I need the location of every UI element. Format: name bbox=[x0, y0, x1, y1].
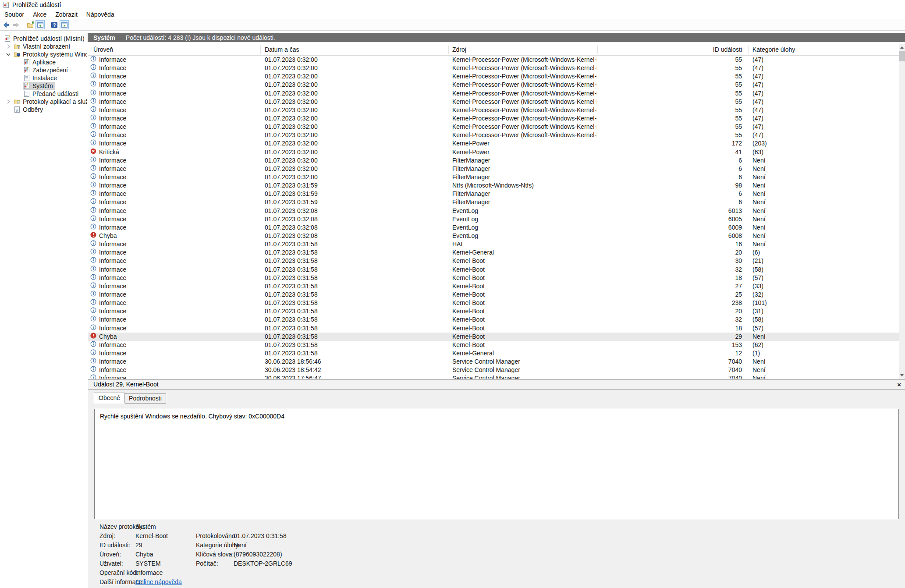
event-datetime: 01.07.2023 0:32:08 bbox=[265, 223, 318, 232]
sidebar-item-security[interactable]: Zabezpečení bbox=[0, 66, 87, 74]
online-help-link[interactable]: Online nápověda bbox=[135, 577, 182, 587]
event-row[interactable]: Informace01.07.2023 0:31:58Kernel-Boot15… bbox=[88, 341, 899, 349]
event-row[interactable]: Informace01.07.2023 0:32:00FilterManager… bbox=[88, 156, 899, 165]
event-id: 20 bbox=[597, 307, 742, 315]
event-datetime: 01.07.2023 0:32:00 bbox=[265, 89, 318, 98]
event-row[interactable]: Informace01.07.2023 0:31:58Kernel-Genera… bbox=[88, 248, 899, 257]
event-source: Kernel-Power bbox=[452, 139, 597, 148]
scroll-down-button[interactable] bbox=[899, 372, 905, 379]
event-row[interactable]: Informace01.07.2023 0:32:00Kernel-Proces… bbox=[88, 98, 899, 106]
vertical-scrollbar[interactable] bbox=[899, 44, 905, 379]
sidebar-item-root[interactable]: Prohlížeč událostí (Místní) bbox=[0, 35, 87, 43]
sidebar-item-subscriptions[interactable]: Odběry bbox=[0, 106, 87, 113]
event-row[interactable]: Informace01.07.2023 0:32:08EventLog6005N… bbox=[88, 215, 899, 223]
event-row[interactable]: Informace01.07.2023 0:32:00Kernel-Proces… bbox=[88, 81, 899, 89]
event-row[interactable]: Kritická01.07.2023 0:32:00Kernel-Power41… bbox=[88, 148, 899, 156]
sidebar-item-custom-views[interactable]: Vlastní zobrazení bbox=[0, 43, 87, 50]
open-saved-log-button[interactable] bbox=[25, 20, 35, 29]
sidebar-item-application[interactable]: Aplikace bbox=[0, 58, 87, 66]
column-header-datetime[interactable]: Datum a čas bbox=[265, 44, 299, 55]
sidebar-item-system[interactable]: Systém bbox=[0, 82, 87, 90]
event-row[interactable]: Informace01.07.2023 0:31:58Kernel-Boot25… bbox=[88, 290, 899, 299]
log-plain-icon bbox=[23, 74, 30, 81]
show-action-pane-button[interactable] bbox=[60, 20, 69, 29]
event-row[interactable]: Informace30.06.2023 17:56:47Service Cont… bbox=[88, 374, 899, 379]
sidebar-item-setup[interactable]: Instalace bbox=[0, 74, 87, 82]
column-header-task-category[interactable]: Kategorie úlohy bbox=[752, 44, 795, 55]
tab-details[interactable]: Podrobnosti bbox=[124, 393, 166, 404]
back-button[interactable] bbox=[1, 20, 11, 29]
menu-file[interactable]: Soubor bbox=[0, 10, 28, 19]
event-row[interactable]: Informace01.07.2023 0:31:58Kernel-Boot20… bbox=[88, 307, 899, 315]
tree-indent bbox=[0, 110, 4, 110]
event-row[interactable]: Informace01.07.2023 0:32:00FilterManager… bbox=[88, 173, 899, 181]
help-button[interactable]: ? bbox=[50, 20, 59, 29]
column-header-event-id[interactable]: ID události bbox=[597, 44, 742, 55]
event-row[interactable]: Informace01.07.2023 0:32:00Kernel-Proces… bbox=[88, 64, 899, 72]
event-row[interactable]: Informace01.07.2023 0:31:58HAL16Není bbox=[88, 240, 899, 248]
menu-view[interactable]: Zobrazit bbox=[51, 10, 82, 19]
event-source: Kernel-Boot bbox=[452, 333, 597, 341]
sidebar-item-apps-services-logs[interactable]: Protokoly aplikací a služeb bbox=[0, 98, 87, 106]
event-row[interactable]: Informace01.07.2023 0:32:00Kernel-Power1… bbox=[88, 139, 899, 148]
event-datetime: 01.07.2023 0:32:00 bbox=[265, 139, 318, 148]
chevron-down-icon[interactable] bbox=[4, 50, 13, 58]
event-row[interactable]: Chyba01.07.2023 0:32:08EventLog6008Není bbox=[88, 232, 899, 240]
scroll-up-button[interactable] bbox=[899, 44, 905, 51]
event-row[interactable]: Informace01.07.2023 0:31:58Kernel-Genera… bbox=[88, 349, 899, 358]
event-row[interactable]: Informace01.07.2023 0:31:59FilterManager… bbox=[88, 190, 899, 198]
column-header-level[interactable]: Úroveň bbox=[93, 44, 113, 55]
event-row[interactable]: Informace01.07.2023 0:32:00Kernel-Proces… bbox=[88, 56, 899, 64]
event-level: Informace bbox=[99, 98, 126, 106]
event-row[interactable]: Informace01.07.2023 0:32:00Kernel-Proces… bbox=[88, 123, 899, 131]
close-icon[interactable]: × bbox=[897, 380, 901, 389]
event-row[interactable]: Informace01.07.2023 0:31:58Kernel-Boot32… bbox=[88, 266, 899, 274]
event-task-category: (47) bbox=[752, 72, 763, 81]
sidebar-item-forwarded-events[interactable]: Předané události bbox=[0, 90, 87, 98]
event-task-category: Není bbox=[752, 366, 766, 374]
event-row[interactable]: Informace01.07.2023 0:32:00Kernel-Proces… bbox=[88, 114, 899, 123]
info-icon bbox=[90, 374, 96, 379]
event-row[interactable]: Informace01.07.2023 0:32:00Kernel-Proces… bbox=[88, 131, 899, 139]
event-row[interactable]: Informace01.07.2023 0:32:00FilterManager… bbox=[88, 165, 899, 173]
event-row[interactable]: Informace01.07.2023 0:31:58Kernel-Boot30… bbox=[88, 257, 899, 265]
event-row[interactable]: Informace01.07.2023 0:32:08EventLog6013N… bbox=[88, 207, 899, 215]
event-row[interactable]: Informace01.07.2023 0:31:58Kernel-Boot32… bbox=[88, 315, 899, 324]
show-console-tree-button[interactable] bbox=[35, 20, 45, 29]
scrollbar-thumb[interactable] bbox=[899, 51, 905, 61]
event-source: FilterManager bbox=[452, 198, 597, 206]
event-row[interactable]: Informace30.06.2023 18:56:46Service Cont… bbox=[88, 358, 899, 366]
event-row[interactable]: Chyba01.07.2023 0:31:58Kernel-Boot29Není bbox=[88, 333, 899, 341]
event-row[interactable]: Informace01.07.2023 0:32:00Kernel-Proces… bbox=[88, 72, 899, 81]
event-id: 55 bbox=[597, 81, 742, 89]
column-header-source[interactable]: Zdroj bbox=[452, 44, 466, 55]
event-level: Informace bbox=[99, 248, 126, 257]
sidebar-item-windows-logs[interactable]: Protokoly systému Windows bbox=[0, 50, 87, 58]
event-row[interactable]: Informace01.07.2023 0:32:00Kernel-Proces… bbox=[88, 89, 899, 98]
event-row[interactable]: Informace01.07.2023 0:31:59FilterManager… bbox=[88, 198, 899, 206]
event-row[interactable]: Informace01.07.2023 0:31:59Ntfs (Microso… bbox=[88, 181, 899, 190]
event-task-category: (58) bbox=[752, 315, 763, 324]
menu-action[interactable]: Akce bbox=[28, 10, 51, 19]
event-source: Kernel-Processor-Power (Microsoft-Window… bbox=[452, 56, 597, 64]
event-id: 55 bbox=[597, 72, 742, 81]
detail-field-row: Úroveň:ChybaKlíčová slova:(8796093022208… bbox=[99, 550, 896, 559]
tab-general[interactable]: Obecné bbox=[94, 393, 125, 404]
chevron-right-icon[interactable] bbox=[4, 43, 13, 50]
event-row[interactable]: Informace01.07.2023 0:32:08EventLog6009N… bbox=[88, 223, 899, 232]
event-id: 98 bbox=[597, 181, 742, 190]
detail-field-row: ID události:29Kategorie úlohy:Není bbox=[99, 541, 896, 550]
field-label: Úroveň: bbox=[99, 550, 121, 559]
event-task-category: (47) bbox=[752, 114, 763, 123]
event-row[interactable]: Informace01.07.2023 0:31:58Kernel-Boot27… bbox=[88, 282, 899, 290]
event-row[interactable]: Informace01.07.2023 0:31:58Kernel-Boot23… bbox=[88, 299, 899, 307]
forward-button[interactable] bbox=[11, 20, 21, 29]
event-row[interactable]: Informace30.06.2023 18:54:42Service Cont… bbox=[88, 366, 899, 374]
menu-help[interactable]: Nápověda bbox=[82, 10, 119, 19]
chevron-right-icon[interactable] bbox=[4, 98, 13, 106]
event-row[interactable]: Informace01.07.2023 0:31:58Kernel-Boot18… bbox=[88, 324, 899, 333]
event-row[interactable]: Informace01.07.2023 0:32:00Kernel-Proces… bbox=[88, 106, 899, 114]
event-datetime: 01.07.2023 0:32:08 bbox=[265, 207, 318, 215]
event-row[interactable]: Informace01.07.2023 0:31:58Kernel-Boot18… bbox=[88, 274, 899, 282]
event-level: Informace bbox=[99, 198, 126, 206]
